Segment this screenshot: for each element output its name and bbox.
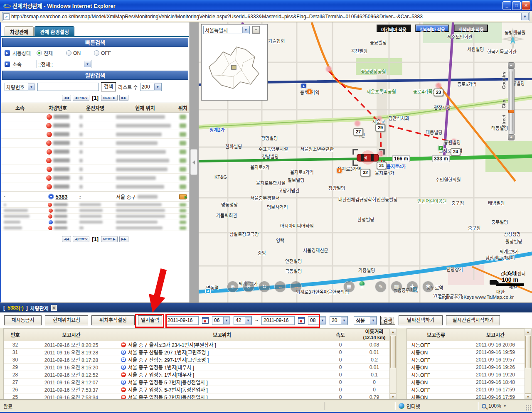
chevron-down-icon[interactable]: ▼ xyxy=(84,61,91,67)
zoom-control[interactable]: 100% ▼ xyxy=(478,402,524,410)
tab-environment-settings[interactable]: 관제 환경설정 xyxy=(34,26,74,36)
location-icon[interactable] xyxy=(180,132,186,137)
zoom-dropdown-arrow[interactable]: ▼ xyxy=(503,404,507,408)
list-count-select[interactable]: 200 ▼ xyxy=(140,83,162,91)
compass-icon[interactable] xyxy=(500,27,525,52)
map-waypoint-marker[interactable]: 32 xyxy=(360,169,370,177)
location-icon[interactable] xyxy=(180,115,186,119)
track-settings-button[interactable]: 위치추적설정 xyxy=(91,315,135,325)
vehicle-number-link[interactable]: 5383 xyxy=(56,194,68,200)
scroll-down-arrow[interactable]: ▼ xyxy=(390,393,396,400)
page-prev-button[interactable]: ◀ PREV xyxy=(73,236,89,242)
event-row[interactable]: 시동OFF2011-09-16 19:57 xyxy=(407,356,525,364)
vehicle-row-redacted[interactable] xyxy=(1,208,189,214)
event-row[interactable]: 시동OFF2011-09-16 19:20 xyxy=(407,371,525,379)
report-row[interactable]: 312011-09-16 오전 8:19:28서울 중구 산림동 297-1번지… xyxy=(4,349,396,356)
vehicle-row-redacted[interactable] xyxy=(1,113,189,121)
radio-ignition-off[interactable]: OFF xyxy=(94,50,111,56)
maximize-button[interactable]: □ xyxy=(512,1,521,10)
event-table-scrollbar[interactable]: ▲ ▼ xyxy=(525,328,532,401)
report-row[interactable]: 322011-09-16 오전 8:20:25서울 중구 을지로3가 234-1… xyxy=(4,341,396,349)
report-row[interactable]: 302011-09-16 오전 8:17:28서울 중구 산림동 297-1번지… xyxy=(4,356,396,364)
location-icon[interactable] xyxy=(180,141,186,145)
chevron-down-icon[interactable]: ▼ xyxy=(154,84,161,90)
location-icon[interactable] xyxy=(180,215,186,218)
pick-date-button[interactable]: 날짜선택하기 xyxy=(399,315,443,325)
location-icon[interactable] xyxy=(180,203,186,206)
vehicle-row-redacted[interactable] xyxy=(1,214,189,219)
realtime-search-button[interactable]: 실시간검색시작하기 xyxy=(446,315,500,325)
restart-block-button[interactable]: 재시동금지 xyxy=(4,315,42,325)
event-row[interactable]: 시동OFF2011-09-16 20:06 xyxy=(407,341,525,349)
chevron-down-icon[interactable]: ▼ xyxy=(319,317,326,324)
page-next-button[interactable]: NEXT ▶ xyxy=(101,95,118,101)
radio-ignition-on[interactable]: ON xyxy=(66,50,81,56)
map-grid-tool[interactable]: ▦ xyxy=(343,281,355,293)
symbol-select[interactable]: 심볼▼ xyxy=(354,316,377,325)
report-row[interactable]: 262011-09-16 오전 7:53:37서울 중구 입정동 5-7번지[동… xyxy=(4,386,396,393)
location-icon[interactable] xyxy=(180,167,186,172)
map-waypoint-marker[interactable]: 31 xyxy=(377,162,387,170)
map-pan-left-tool[interactable]: ← xyxy=(274,281,286,293)
minute-to-select[interactable]: 20▼ xyxy=(330,316,348,325)
scroll-up-arrow[interactable]: ▲ xyxy=(390,329,396,335)
map-waypoint-marker[interactable]: 29 xyxy=(375,124,385,132)
map-waypoint-marker[interactable]: 27 xyxy=(353,128,363,136)
search-field-select[interactable]: 차량번호 ▼ xyxy=(5,83,35,91)
scroll-thumb[interactable] xyxy=(390,336,396,368)
location-icon[interactable] xyxy=(180,123,186,128)
map-settings-tool[interactable]: ✱ xyxy=(422,281,434,293)
location-icon[interactable] xyxy=(180,209,186,212)
map-refresh-tool[interactable]: ↻ xyxy=(259,281,270,293)
report-table-scrollbar[interactable]: ▲ ▼ xyxy=(389,328,397,401)
night-theme-button[interactable]: 야간테마 적용 xyxy=(377,25,411,32)
vehicle-row-redacted[interactable] xyxy=(1,202,189,208)
zoom-out-button[interactable]: − xyxy=(508,62,515,69)
radio-icon[interactable] xyxy=(94,50,99,56)
report-row[interactable]: 282011-09-16 오전 8:12:52서울 중구 입정동 1번지[대우사… xyxy=(4,371,396,379)
vehicle-row-redacted[interactable] xyxy=(1,174,189,182)
map-zoom-out-tool[interactable]: ⊖ xyxy=(243,281,254,293)
radio-icon[interactable] xyxy=(37,50,42,56)
event-row[interactable]: 시동ON2011-09-16 19:26 xyxy=(407,364,525,371)
zoom-in-button[interactable]: + xyxy=(508,134,515,140)
location-icon[interactable] xyxy=(180,226,186,230)
zoom-track[interactable] xyxy=(508,69,515,134)
map-measure-tool[interactable]: ✚ xyxy=(406,281,418,293)
resize-grip[interactable] xyxy=(525,405,531,411)
map-draw-tool[interactable]: ✎ xyxy=(375,281,387,293)
gray-theme-button[interactable]: 회색테마 적용 xyxy=(454,25,488,32)
radio-ignition-all[interactable]: 전체 xyxy=(37,49,53,57)
department-label[interactable]: 소속 xyxy=(12,61,34,68)
color-theme-button[interactable]: 칼라테마 적용 xyxy=(415,25,449,32)
track-vehicle-icon[interactable] xyxy=(179,194,187,199)
page-first-button[interactable]: ◀◀ xyxy=(62,236,71,242)
vehicle-row-selected[interactable]: - 5383 - 서울 중구 xyxy=(1,191,189,202)
vehicle-row-redacted[interactable] xyxy=(1,130,189,139)
vehicle-row-redacted[interactable] xyxy=(1,156,189,165)
map-zoom-in-tool[interactable]: ⊕ xyxy=(227,281,239,293)
event-row[interactable]: 시동ON2011-09-16 19:59 xyxy=(407,349,525,356)
minimize-button[interactable]: _ xyxy=(502,1,511,10)
map-zoom-slider[interactable]: − + xyxy=(508,62,515,140)
log-search-button[interactable]: 검색 xyxy=(380,316,395,325)
vehicle-row-redacted[interactable] xyxy=(1,182,189,191)
vehicle-row-redacted[interactable] xyxy=(1,225,189,231)
chevron-down-icon[interactable]: ▼ xyxy=(28,84,35,90)
map-layer-tool[interactable]: ▧ xyxy=(391,281,402,293)
page-last-button[interactable]: ▶▶ xyxy=(119,236,128,242)
search-input[interactable] xyxy=(37,83,99,91)
map-globe-tool[interactable]: ◉ xyxy=(359,281,365,287)
map-waypoint-marker[interactable]: 24 xyxy=(451,148,461,156)
location-icon[interactable] xyxy=(180,176,186,180)
report-row[interactable]: 272011-09-16 오전 8:12:07서울 중구 입정동 5-7번지[동… xyxy=(4,379,396,386)
chevron-down-icon[interactable]: ▼ xyxy=(370,317,377,324)
map-waypoint-marker[interactable]: 23 xyxy=(433,88,443,96)
chevron-down-icon[interactable]: ▼ xyxy=(242,27,249,33)
address-field[interactable]: e http://bsmap.searchon.co.kr/lbsmap/Mod… xyxy=(2,12,530,21)
close-button[interactable]: ✕ xyxy=(522,1,530,10)
scroll-down-arrow[interactable]: ▼ xyxy=(525,393,531,400)
minimap-minimize-button[interactable]: − xyxy=(252,26,260,34)
vehicle-row-redacted[interactable] xyxy=(1,165,189,174)
event-row[interactable]: 시동OFF2011-09-16 17:59 xyxy=(407,386,525,393)
